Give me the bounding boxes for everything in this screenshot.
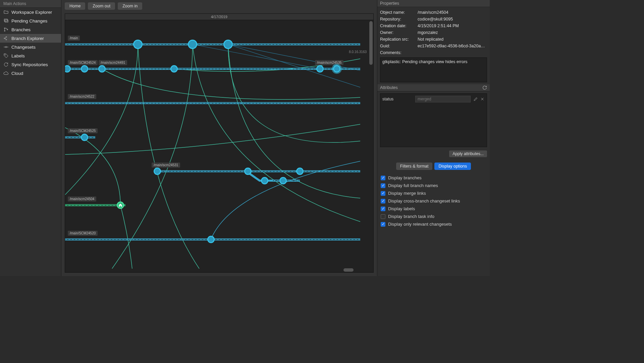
display-option[interactable]: Display branches	[381, 174, 486, 182]
display-option[interactable]: Display branch task info	[381, 213, 486, 220]
svg-point-6	[6, 37, 7, 38]
display-options-list: Display branchesDisplay full branch name…	[377, 173, 490, 231]
edit-icon[interactable]	[473, 97, 478, 101]
properties-body: Object name:/main/scm24504Repository:cod…	[377, 7, 490, 84]
property-key: Repository:	[380, 17, 418, 21]
labels-icon	[3, 53, 9, 58]
checkbox[interactable]	[381, 199, 385, 203]
checkbox[interactable]	[381, 222, 385, 227]
sidebar-item-workspace-explorer[interactable]: Workspace Explorer	[0, 8, 61, 16]
display-option[interactable]: Display cross-branch changeset links	[381, 197, 486, 205]
branch-label[interactable]: /main	[68, 36, 80, 41]
branch-label[interactable]: /main/SCM24525	[68, 128, 98, 133]
checkbox[interactable]	[381, 183, 385, 188]
home-button[interactable]: Home	[65, 2, 85, 10]
svg-rect-1	[5, 20, 8, 22]
property-row: Guid:ec17e592-d9ac-4536-b6cd-3a20aab5a25…	[380, 43, 487, 49]
changeset-node[interactable]	[133, 40, 143, 49]
property-key: Replication src:	[380, 37, 418, 42]
changeset-node[interactable]	[244, 168, 252, 175]
checkbox-label: Display branches	[388, 175, 422, 180]
attributes-body: status	[380, 93, 487, 147]
branch-label[interactable]: /main/scm24522	[68, 94, 96, 99]
branch-label[interactable]: /main/SCM24524	[68, 60, 98, 65]
checkbox-label: Display branch task info	[388, 214, 434, 219]
sidebar-item-pending-changes[interactable]: Pending Changes	[0, 16, 61, 25]
changeset-node[interactable]	[188, 40, 197, 49]
sync-icon	[3, 62, 9, 67]
checkbox-label: Display only relevant changesets	[388, 222, 452, 227]
display-option[interactable]: Display merge links	[381, 189, 486, 197]
svg-point-9	[5, 54, 5, 55]
sidebar-item-changesets[interactable]: Changesets	[0, 43, 61, 51]
checkbox[interactable]	[381, 176, 385, 180]
branch-label[interactable]: /main/scm24504	[68, 196, 96, 201]
branch-line	[65, 102, 360, 104]
sidebar-item-labels[interactable]: Labels	[0, 51, 61, 60]
sidebar-item-label: Labels	[11, 53, 25, 58]
svg-line-12	[193, 44, 320, 69]
branch-explorer-canvas[interactable]: 4/17/2019 /main	[65, 13, 374, 273]
refresh-icon[interactable]	[482, 85, 487, 90]
checkbox[interactable]	[381, 191, 385, 196]
changeset-node[interactable]	[170, 65, 178, 73]
changeset-node[interactable]	[207, 236, 215, 243]
changeset-node[interactable]	[81, 65, 88, 73]
canvas-scrollbar-horizontal[interactable]	[343, 268, 354, 272]
checkbox-label: Display merge links	[388, 191, 426, 196]
attributes-header: Attributes	[377, 84, 490, 91]
canvas-scrollbar-vertical[interactable]	[369, 21, 373, 65]
branch-line	[65, 43, 360, 45]
sidebar-item-label: Pending Changes	[11, 18, 47, 24]
close-icon[interactable]	[480, 97, 485, 101]
changeset-node[interactable]	[296, 168, 304, 175]
sidebar-item-label: Workspace Explorer	[11, 10, 52, 15]
svg-point-4	[7, 29, 8, 30]
comments-box[interactable]: gtkplastic: Pending changes view hides e…	[380, 57, 487, 82]
branch-label[interactable]: /main/scm24531	[152, 163, 180, 168]
changeset-node[interactable]	[279, 177, 287, 184]
sidebar-item-cloud[interactable]: Cloud	[0, 69, 61, 78]
property-row: Object name:/main/scm24504	[380, 9, 487, 16]
tab-filters-format[interactable]: Filters & format	[396, 163, 433, 170]
changeset-node[interactable]	[81, 134, 88, 141]
sidebar-item-sync-repositories[interactable]: Sync Repositories	[0, 60, 61, 69]
branch-label[interactable]: /main/SCM24520	[68, 231, 98, 236]
branch-line	[154, 170, 360, 172]
sidebar-item-label: Branches	[11, 27, 31, 32]
zoom-in-button[interactable]: Zoom in	[118, 2, 142, 10]
home-changeset-node[interactable]	[117, 201, 124, 209]
changeset-node[interactable]	[154, 168, 161, 175]
apply-attributes-button[interactable]: Apply attributes...	[449, 150, 487, 157]
zoom-out-button[interactable]: Zoom out	[88, 2, 115, 10]
display-option[interactable]: Display only relevant changesets	[381, 220, 486, 228]
changeset-node[interactable]	[261, 177, 268, 184]
right-panel: Properties Object name:/main/scm24504Rep…	[377, 0, 490, 276]
display-option[interactable]: Display full branch names	[381, 182, 486, 189]
version-tag: 8.0.16.3163	[349, 50, 367, 54]
property-row: Creation date:4/15/2019 2:51:44 PM	[380, 22, 487, 29]
property-value: codice@skull:9095	[418, 17, 487, 21]
branch-line	[65, 204, 125, 206]
svg-point-7	[6, 39, 7, 40]
sidebar-item-branch-explorer[interactable]: Branch Explorer	[0, 34, 61, 43]
display-option[interactable]: Display labels	[381, 205, 486, 213]
changeset-node[interactable]	[316, 65, 324, 73]
changeset-node[interactable]	[223, 40, 233, 49]
sidebar: Main Actions Workspace ExplorerPending C…	[0, 0, 61, 276]
property-key: Owner:	[380, 30, 418, 35]
branch-label[interactable]: /main/scm24491	[99, 60, 127, 65]
tab-display-options[interactable]: Display options	[434, 163, 471, 170]
property-key: Object name:	[380, 10, 418, 15]
checkbox[interactable]	[381, 207, 385, 211]
sidebar-item-label: Changesets	[11, 45, 36, 50]
sidebar-item-branches[interactable]: Branches	[0, 25, 61, 34]
attribute-value-input[interactable]	[415, 96, 471, 102]
checkbox[interactable]	[381, 214, 385, 219]
svg-point-5	[4, 38, 5, 39]
branch-label[interactable]: /main/scm24535	[315, 60, 343, 65]
sidebar-item-label: Sync Repositories	[11, 62, 48, 67]
branch-line	[65, 136, 95, 138]
changeset-node[interactable]	[333, 65, 340, 73]
changeset-node[interactable]	[98, 65, 106, 73]
